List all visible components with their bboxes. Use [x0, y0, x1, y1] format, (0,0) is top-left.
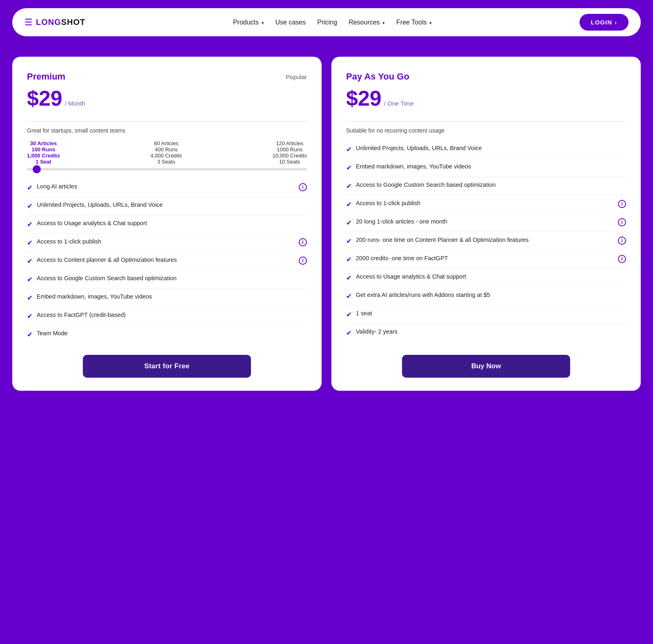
info-icon[interactable]: i [299, 183, 307, 191]
list-item: ✔ Access to Usage analytics & Chat suppo… [27, 215, 307, 234]
tier-1: 30 Articles 100 Runs 1,000 Credits 1 Sea… [27, 140, 60, 165]
nav-item-usecases[interactable]: Use cases [275, 19, 306, 26]
feature-left: ✔ Unlimited Projects, Uploads, URLs, Bra… [27, 201, 163, 210]
tier-1-articles: 30 Articles [27, 140, 60, 146]
check-icon: ✔ [346, 164, 352, 172]
list-item: ✔ Access to Google Custom Search based o… [346, 177, 626, 195]
list-item: ✔ Long AI articles i [27, 179, 307, 197]
premium-price-row: $29 / Month [27, 86, 307, 111]
feature-left: ✔ 20 long 1-click articles - one month [346, 218, 447, 227]
info-icon[interactable]: i [299, 238, 307, 246]
info-icon[interactable]: i [618, 255, 626, 263]
list-item: ✔ Unlimited Projects, Uploads, URLs, Bra… [27, 197, 307, 215]
feature-text: Validity- 2 years [356, 328, 398, 335]
premium-header: Premium Popular $29 / Month [27, 71, 307, 112]
info-icon[interactable]: i [618, 200, 626, 208]
check-icon: ✔ [346, 255, 352, 264]
nav-item-products[interactable]: Products ▾ [233, 19, 264, 26]
list-item: ✔ Access to Google Custom Search based o… [27, 270, 307, 289]
feature-left: ✔ Access to Google Custom Search based o… [346, 181, 496, 190]
tier-options: 30 Articles 100 Runs 1,000 Credits 1 Sea… [27, 140, 307, 165]
payg-subtitle: Suitable for no recurring content usage [346, 127, 626, 134]
list-item: ✔ Access to 1-click publish i [346, 195, 626, 214]
logo-shot: SHOT [61, 18, 86, 27]
check-icon: ✔ [346, 274, 352, 282]
check-icon: ✔ [346, 145, 352, 154]
tier-2: 80 Articles 400 Runs 4,000 Credits 3 Sea… [151, 140, 182, 165]
payg-header: Pay As You Go $29 / One Time [346, 71, 626, 112]
feature-left: ✔ Access to 1-click publish [27, 238, 101, 247]
check-icon: ✔ [27, 184, 33, 192]
payg-price: $29 [346, 86, 382, 111]
divider [346, 121, 626, 122]
feature-left: ✔ Long AI articles [27, 183, 77, 192]
buy-now-button[interactable]: Buy Now [402, 355, 570, 378]
feature-left: ✔ Access to Google Custom Search based o… [27, 275, 177, 284]
feature-text: 1 seat [356, 310, 372, 316]
check-icon: ✔ [27, 294, 33, 302]
feature-text: Unlimited Projects, Uploads, URLs, Brand… [37, 201, 163, 208]
feature-text: Long AI articles [37, 183, 77, 190]
premium-subtitle: Great for startups, small content teams [27, 127, 307, 134]
check-icon: ✔ [346, 329, 352, 337]
list-item: ✔ 200 runs- one time on Content Planner … [346, 232, 626, 250]
list-item: ✔ Validity- 2 years [346, 324, 626, 342]
nav-item-freetools[interactable]: Free Tools ▾ [396, 19, 432, 26]
check-icon: ✔ [346, 237, 352, 246]
list-item: ✔ Unlimited Projects, Uploads, URLs, Bra… [346, 140, 626, 159]
divider [27, 121, 307, 122]
info-icon[interactable]: i [618, 218, 626, 226]
login-button[interactable]: LOGIN › [580, 14, 629, 31]
logo[interactable]: ☰ LONGSHOT [24, 17, 85, 28]
list-item: ✔ Access to Content planner & all Optimi… [27, 252, 307, 270]
feature-text: Embed markdown, images, YouTube videos [37, 293, 152, 300]
nav-links: Products ▾ Use cases Pricing Resources ▾… [233, 19, 432, 26]
payg-card: Pay As You Go $29 / One Time Suitable fo… [331, 57, 641, 391]
premium-plan-name: Premium [27, 71, 65, 82]
list-item: ✔ Embed markdown, images, YouTube videos [27, 289, 307, 307]
navbar: ☰ LONGSHOT Products ▾ Use cases Pricing … [12, 8, 641, 36]
info-icon[interactable]: i [299, 257, 307, 265]
premium-period: / Month [65, 100, 85, 107]
tier-2-credits: 4,000 Credits [151, 153, 182, 159]
feature-text: Access to Google Custom Search based opt… [356, 181, 496, 188]
nav-item-pricing[interactable]: Pricing [317, 19, 337, 26]
tier-1-runs: 100 Runs [27, 146, 60, 153]
feature-left: ✔ Access to FactGPT (credit-based) [27, 312, 126, 321]
tier-slider[interactable]: 30 Articles 100 Runs 1,000 Credits 1 Sea… [27, 140, 307, 170]
feature-text: Access to Usage analytics & Chat support [37, 220, 147, 226]
feature-text: 20 long 1-click articles - one month [356, 218, 447, 225]
popular-badge: Popular [286, 73, 307, 80]
feature-left: ✔ Access to Content planner & all Optimi… [27, 257, 177, 266]
start-free-button[interactable]: Start for Free [83, 355, 251, 378]
chevron-down-icon: ▾ [262, 20, 264, 25]
nav-item-resources[interactable]: Resources ▾ [349, 19, 385, 26]
payg-plan-name: Pay As You Go [346, 71, 409, 82]
logo-text: LONGSHOT [36, 18, 85, 27]
feature-text: Team Mode [37, 330, 68, 336]
feature-left: ✔ Team Mode [27, 330, 68, 339]
info-icon[interactable]: i [618, 237, 626, 245]
tier-2-runs: 400 Runs [151, 146, 182, 153]
tier-3-seats: 10 Seats [272, 159, 307, 165]
premium-card: Premium Popular $29 / Month Great for st… [12, 57, 322, 391]
list-item: ✔ Embed markdown, images, YouTube videos [346, 159, 626, 177]
check-icon: ✔ [27, 220, 33, 229]
check-icon: ✔ [346, 219, 352, 227]
check-icon: ✔ [27, 312, 33, 321]
check-icon: ✔ [346, 200, 352, 209]
slider-thumb[interactable] [33, 165, 41, 173]
feature-text: Access to 1-click publish [356, 200, 420, 206]
list-item: ✔ Access to FactGPT (credit-based) [27, 307, 307, 325]
feature-text: Embed markdown, images, YouTube videos [356, 163, 471, 170]
feature-left: ✔ Embed markdown, images, YouTube videos [27, 293, 152, 302]
slider-track[interactable] [27, 168, 307, 170]
list-item: ✔ 20 long 1-click articles - one month i [346, 214, 626, 232]
feature-text: Get extra AI articles/runs with Addons s… [356, 292, 490, 298]
tier-3-credits: 10,000 Credits [272, 153, 307, 159]
list-item: ✔ Access to 1-click publish i [27, 234, 307, 252]
list-item: ✔ 2000 credits- one time on FactGPT i [346, 250, 626, 269]
feature-left: ✔ Unlimited Projects, Uploads, URLs, Bra… [346, 145, 482, 154]
tier-1-seats: 1 Seat [27, 159, 60, 165]
check-icon: ✔ [27, 330, 33, 339]
